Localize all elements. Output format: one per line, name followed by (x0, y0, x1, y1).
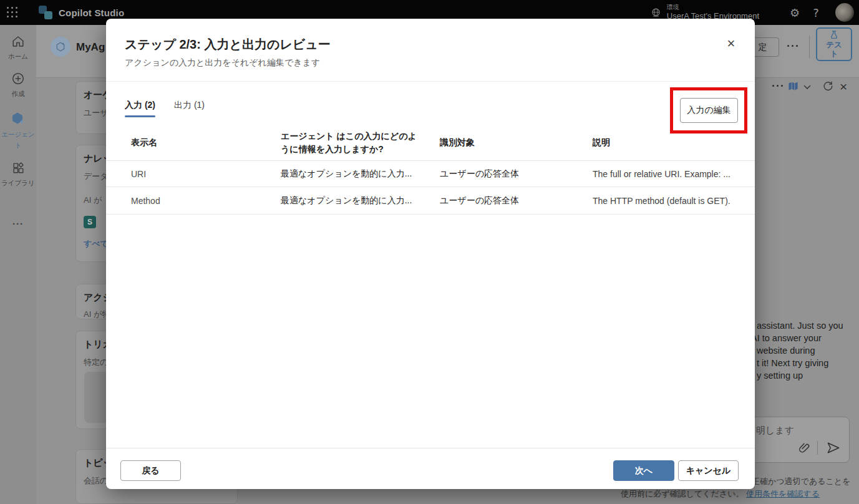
dialog-footer: 戻る 次へ キャンセル (106, 448, 755, 489)
agent-avatar (51, 37, 70, 57)
chat-more-button[interactable] (772, 85, 783, 87)
refresh-icon (822, 80, 833, 92)
brand: Copilot Studio (39, 6, 124, 19)
input-name-cell: URI (125, 169, 274, 179)
agent-name: MyAg (76, 41, 105, 54)
chat-message-line: assistant. Just so you (757, 321, 843, 331)
chevron-down-icon (803, 85, 811, 90)
test-button-label: テスト (824, 41, 844, 59)
chat-message-line: website during (757, 346, 815, 356)
input-name-cell: Method (125, 196, 274, 206)
column-header: エージェント はこの入力にどのように情報を入力しますか? (274, 130, 434, 156)
column-header: 表示名 (125, 136, 274, 149)
edit-inputs-button[interactable]: 入力の編集 (680, 98, 738, 123)
chat-input[interactable]: 明します (745, 417, 850, 463)
help-button[interactable]: ? (805, 6, 827, 19)
sidebar-item-agents[interactable]: エージェント (1, 111, 36, 151)
identify-cell: ユーザーの応答全体 (434, 168, 586, 180)
sidebar-item-label: ホーム (8, 52, 28, 60)
dialog-title: ステップ 2/3: 入力と出力のレビュー (125, 36, 331, 53)
plus-circle-icon (1, 72, 36, 85)
column-header: 識別対象 (434, 136, 586, 149)
sidebar-item-label: 作成 (12, 90, 25, 97)
tab-outputs[interactable]: 出力 (1) (174, 100, 205, 117)
sharepoint-icon: S (84, 216, 96, 228)
beaker-icon (829, 31, 839, 39)
user-avatar[interactable] (835, 3, 854, 22)
table-row: Method 最適なオプションを動的に入力... ユーザーの応答全体 The H… (106, 187, 755, 215)
copilot-studio-logo-icon (39, 6, 52, 19)
cancel-button[interactable]: キャンセル (678, 460, 739, 481)
settings-gear-button[interactable]: ⚙ (784, 6, 805, 19)
chat-message-line: t it! Next try giving (757, 358, 828, 368)
identify-cell: ユーザーの応答全体 (434, 195, 586, 206)
tab-bar: 入力 (2) 出力 (1) (125, 100, 205, 117)
chat-chevron-button[interactable] (803, 85, 811, 90)
agent-icon (1, 111, 36, 126)
chat-map-button[interactable] (788, 81, 798, 91)
sidebar-item-library[interactable]: ライブラリ (1, 161, 36, 188)
library-icon (1, 161, 36, 175)
home-icon (1, 34, 36, 48)
description-cell: The full or relative URI. Example: ... (586, 169, 739, 179)
column-header: 説明 (586, 136, 739, 149)
table-header-row: 表示名 エージェント はこの入力にどのように情報を入力しますか? 識別対象 説明 (106, 125, 755, 161)
sidebar-item-home[interactable]: ホーム (1, 34, 36, 61)
left-nav-rail: ホーム 作成 エージェント ライブラリ ··· (0, 25, 36, 504)
send-icon (827, 442, 840, 454)
app-title: Copilot Studio (59, 7, 124, 18)
chat-input-placeholder: 明します (756, 425, 794, 437)
chat-message-line: y setting up (757, 371, 803, 380)
waffle-icon (7, 7, 18, 18)
header-divider (106, 81, 755, 82)
next-button[interactable]: 次へ (613, 460, 674, 481)
map-icon (788, 81, 798, 91)
agent-hexagon-icon (55, 41, 66, 52)
disclaimer-text: 使用前に必ず確認してください。 (621, 489, 744, 498)
table-row: URI 最適なオプションを動的に入力... ユーザーの応答全体 The full… (106, 161, 755, 187)
test-agent-button[interactable]: テスト (816, 27, 852, 61)
attachment-button[interactable] (798, 442, 810, 454)
ai-disclaimer-fragment: 正確かつ適切であることを (752, 476, 850, 487)
ai-disclaimer-line2: 使用前に必ず確認してください。 使用条件を確認する (621, 488, 820, 500)
fill-method-cell: 最適なオプションを動的に入力... (274, 195, 434, 206)
chat-refresh-button[interactable] (822, 80, 833, 92)
environment-icon (651, 7, 661, 18)
terms-of-use-link[interactable]: 使用条件を確認する (746, 489, 820, 498)
fill-method-cell: 最適なオプションを動的に入力... (274, 168, 434, 180)
sidebar-item-label: エージェント (1, 130, 34, 149)
environment-label: 環境 (667, 4, 759, 12)
toolbar-divider (809, 36, 810, 58)
chat-close-button[interactable]: × (840, 79, 847, 94)
paperclip-icon (798, 442, 810, 454)
sidebar-item-create[interactable]: 作成 (1, 72, 36, 99)
tab-inputs[interactable]: 入力 (2) (125, 100, 155, 117)
more-icon: ··· (12, 218, 24, 229)
app-launcher-button[interactable] (0, 0, 25, 25)
sidebar-item-label: ライブラリ (1, 179, 35, 187)
back-button[interactable]: 戻る (120, 460, 181, 481)
dialog-subtitle: アクションの入力と出力をそれぞれ編集できます (125, 57, 320, 69)
dialog-close-button[interactable]: × (721, 34, 741, 54)
chat-message-line: AI to answer your (751, 333, 822, 343)
input-divider (817, 441, 818, 455)
description-cell: The HTTP method (default is GET). (586, 196, 739, 206)
toolbar-more-button[interactable] (787, 45, 798, 47)
sidebar-item-more[interactable]: ··· (1, 218, 36, 230)
review-inputs-outputs-dialog: ステップ 2/3: 入力と出力のレビュー アクションの入力と出力をそれぞれ編集で… (106, 19, 755, 489)
send-button[interactable] (827, 442, 840, 454)
